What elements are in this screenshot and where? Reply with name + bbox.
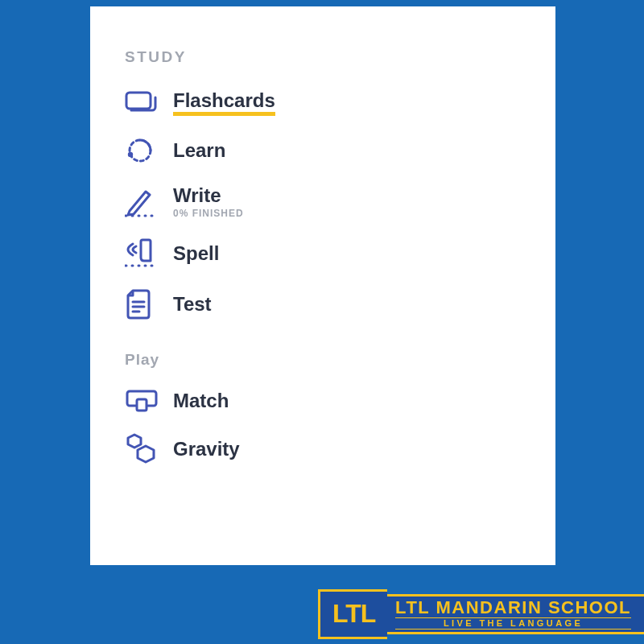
svg-marker-11 [138,446,154,462]
svg-marker-10 [128,435,141,448]
footer-tagline: LIVE THE LANGUAGE [395,617,631,630]
sidebar-item-label: Spell [173,243,219,264]
sidebar-item-learn[interactable]: Learn [125,135,555,166]
sidebar-item-label: Match [173,390,229,411]
gravity-icon [125,433,173,465]
svg-rect-0 [126,93,151,109]
sidebar-item-sublabel: 0% FINISHED [173,208,244,219]
write-icon [125,187,173,217]
sidebar-item-label: Gravity [173,439,240,460]
section-header-play: Play [125,351,555,369]
sidebar-item-test[interactable]: Test [125,288,555,320]
footer-title: LTL MANDARIN SCHOOL [395,599,631,617]
svg-rect-9 [137,399,147,411]
sidebar-item-label: Flashcards [173,90,275,116]
section-header-study: STUDY [125,48,555,66]
svg-point-2 [128,152,133,157]
test-icon [125,288,173,320]
sidebar-item-flashcards[interactable]: Flashcards [125,90,555,116]
learn-icon [125,135,173,166]
footer-logo-text: LTL [332,599,375,629]
sidebar-item-match[interactable]: Match [125,388,555,414]
sidebar-item-write[interactable]: Write 0% FINISHED [125,185,555,218]
sidebar-panel: STUDY Flashcards Learn [90,6,555,565]
footer-logo: LTL [318,589,387,639]
sidebar-item-spell[interactable]: Spell [125,238,555,269]
sidebar-item-label: Test [173,294,212,315]
spell-icon [125,238,173,269]
footer-banner: LTL LTL MANDARIN SCHOOL LIVE THE LANGUAG… [0,584,644,644]
sidebar-item-label: Write [173,185,244,206]
sidebar-item-gravity[interactable]: Gravity [125,433,555,465]
match-icon [125,388,173,414]
flashcards-icon [125,91,173,115]
sidebar-item-label: Learn [173,140,225,161]
